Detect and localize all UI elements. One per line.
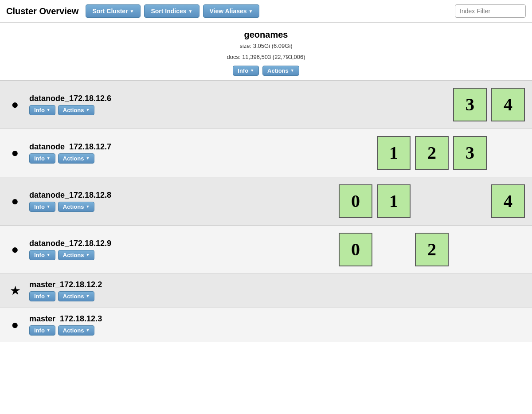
shards-container: 34	[338, 87, 526, 122]
node-info-block: datanode_172.18.12.7Info▼Actions▼	[29, 142, 111, 164]
view-aliases-button[interactable]: View Aliases ▼	[203, 4, 260, 18]
node-info-caret-icon: ▼	[47, 328, 51, 332]
sort-indices-caret-icon: ▼	[188, 9, 193, 14]
index-docs: docs: 11,396,503 (22,793,006)	[6, 53, 526, 62]
node-info-caret-icon: ▼	[47, 253, 51, 257]
node-info-button[interactable]: Info▼	[29, 105, 55, 115]
shard-box[interactable]: 0	[339, 184, 372, 218]
node-row: ★master_172.18.12.2Info▼Actions▼	[0, 273, 532, 308]
node-row: ●master_172.18.12.3Info▼Actions▼	[0, 308, 532, 342]
index-section: geonames size: 3.05Gi (6.09Gi) docs: 11,…	[0, 23, 532, 80]
shard-slot: 4	[490, 87, 526, 122]
shard-box[interactable]: 3	[453, 136, 487, 170]
shard-box[interactable]: 0	[339, 233, 372, 266]
node-info-caret-icon: ▼	[47, 204, 51, 209]
node-info-button[interactable]: Info▼	[29, 291, 55, 301]
index-actions-caret-icon: ▼	[290, 68, 294, 73]
node-info-button[interactable]: Info▼	[29, 325, 55, 336]
node-actions-button[interactable]: Actions▼	[58, 291, 95, 301]
node-actions-button[interactable]: Actions▼	[58, 105, 95, 115]
nodes-container: ●datanode_172.18.12.6Info▼Actions▼34●dat…	[0, 80, 532, 342]
master-node-icon: ★	[6, 283, 24, 298]
page-title: Cluster Overview	[6, 6, 78, 16]
shards-container: 02	[338, 232, 526, 267]
node-actions-caret-icon: ▼	[86, 328, 90, 332]
node-row: ●datanode_172.18.12.7Info▼Actions▼123	[0, 129, 532, 177]
shard-box[interactable]: 1	[377, 136, 411, 170]
node-info-block: master_172.18.12.2Info▼Actions▼	[29, 280, 102, 301]
shard-box[interactable]: 3	[453, 88, 487, 121]
index-size: size: 3.05Gi (6.09Gi)	[6, 42, 526, 51]
node-actions-caret-icon: ▼	[86, 156, 90, 160]
shard-slot: 1	[376, 184, 411, 219]
sort-cluster-button[interactable]: Sort Cluster ▼	[86, 4, 141, 18]
node-actions-button[interactable]: Actions▼	[58, 202, 95, 212]
node-info-button[interactable]: Info▼	[29, 153, 55, 164]
node-info-block: datanode_172.18.12.6Info▼Actions▼	[29, 94, 111, 115]
index-actions-button[interactable]: Actions ▼	[262, 66, 299, 76]
shard-box[interactable]: 2	[415, 233, 449, 266]
node-row: ●datanode_172.18.12.9Info▼Actions▼02	[0, 225, 532, 273]
shard-box[interactable]: 4	[491, 184, 525, 218]
node-name: master_172.18.12.2	[29, 280, 102, 289]
node-buttons: Info▼Actions▼	[29, 250, 111, 260]
shard-slot: 2	[414, 135, 450, 171]
node-info-caret-icon: ▼	[47, 156, 51, 160]
node-actions-caret-icon: ▼	[86, 108, 90, 112]
sort-cluster-caret-icon: ▼	[130, 9, 134, 14]
node-name: datanode_172.18.12.8	[29, 191, 111, 200]
shard-slot: 2	[414, 232, 450, 267]
node-info-button[interactable]: Info▼	[29, 250, 55, 260]
node-name: datanode_172.18.12.7	[29, 142, 111, 152]
node-name: master_172.18.12.3	[29, 314, 102, 324]
header: Cluster Overview Sort Cluster ▼ Sort Ind…	[0, 0, 532, 23]
node-actions-caret-icon: ▼	[86, 204, 90, 209]
node-info-block: datanode_172.18.12.9Info▼Actions▼	[29, 239, 111, 260]
node-actions-button[interactable]: Actions▼	[58, 153, 95, 164]
node-info-caret-icon: ▼	[47, 108, 51, 112]
data-node-icon: ●	[6, 146, 24, 160]
node-name: datanode_172.18.12.9	[29, 239, 111, 248]
node-row: ●datanode_172.18.12.6Info▼Actions▼34	[0, 80, 532, 129]
shard-slot: 3	[452, 87, 488, 122]
shards-container: 123	[338, 135, 526, 171]
node-buttons: Info▼Actions▼	[29, 291, 102, 301]
index-buttons: Info ▼ Actions ▼	[6, 66, 526, 76]
shard-box[interactable]: 1	[377, 184, 411, 218]
shards-container: 014	[338, 184, 526, 219]
data-node-icon: ●	[6, 194, 24, 208]
shard-box[interactable]: 2	[415, 136, 449, 170]
node-actions-button[interactable]: Actions▼	[58, 250, 95, 260]
node-buttons: Info▼Actions▼	[29, 202, 111, 212]
index-filter-input[interactable]	[455, 4, 526, 18]
node-info-block: master_172.18.12.3Info▼Actions▼	[29, 314, 102, 336]
node-info-button[interactable]: Info▼	[29, 202, 55, 212]
data-node-icon: ●	[6, 318, 24, 332]
shard-slot: 3	[452, 135, 488, 171]
index-info-button[interactable]: Info ▼	[233, 66, 259, 76]
shard-slot: 0	[338, 184, 373, 219]
shard-slot: 4	[490, 184, 526, 219]
data-node-icon: ●	[6, 98, 24, 112]
node-actions-caret-icon: ▼	[86, 294, 90, 298]
node-buttons: Info▼Actions▼	[29, 153, 111, 164]
sort-indices-button[interactable]: Sort Indices ▼	[144, 4, 199, 18]
shard-slot: 0	[338, 232, 373, 267]
index-name: geonames	[6, 30, 526, 40]
index-info-caret-icon: ▼	[250, 68, 254, 73]
node-actions-caret-icon: ▼	[86, 253, 90, 257]
data-node-icon: ●	[6, 242, 24, 257]
node-info-block: datanode_172.18.12.8Info▼Actions▼	[29, 191, 111, 212]
node-buttons: Info▼Actions▼	[29, 325, 102, 336]
node-actions-button[interactable]: Actions▼	[58, 325, 95, 336]
node-info-caret-icon: ▼	[47, 294, 51, 298]
node-name: datanode_172.18.12.6	[29, 94, 111, 103]
shard-slot: 1	[376, 135, 411, 171]
node-row: ●datanode_172.18.12.8Info▼Actions▼014	[0, 177, 532, 225]
shard-box[interactable]: 4	[491, 88, 525, 121]
node-buttons: Info▼Actions▼	[29, 105, 111, 115]
view-aliases-caret-icon: ▼	[249, 9, 253, 14]
